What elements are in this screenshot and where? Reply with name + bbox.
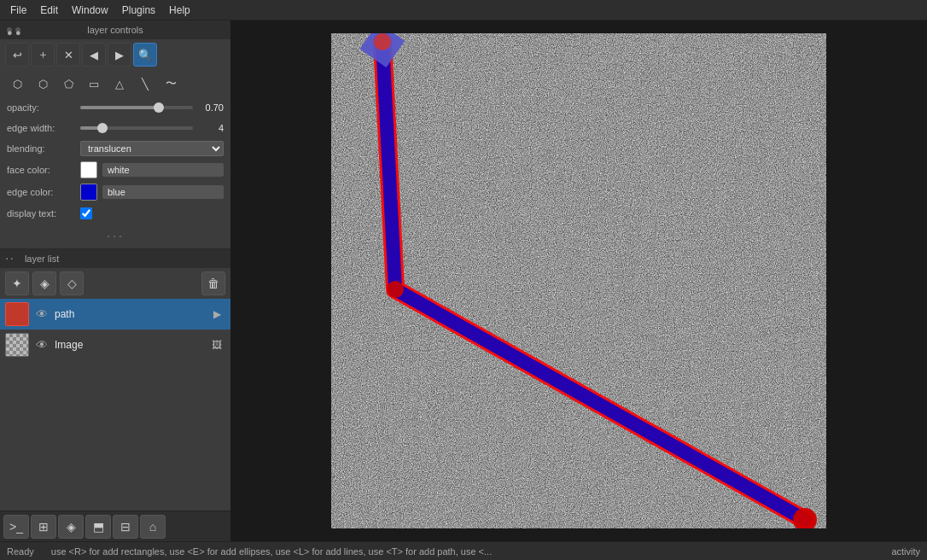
layer-arrow-path: ▶ (208, 306, 225, 323)
edge-width-slider-thumb[interactable] (97, 123, 108, 133)
canvas-bg (331, 33, 826, 528)
add-tool-btn[interactable]: ＋ (31, 43, 55, 67)
opacity-row: opacity: 0.70 (0, 97, 230, 118)
layer-vis-image[interactable]: 👁 (32, 335, 51, 354)
edge-color-name[interactable]: blue (102, 185, 224, 199)
display-text-label: display text: (7, 208, 75, 219)
layer-controls-title: layer controls (87, 25, 143, 35)
menu-edit[interactable]: Edit (33, 3, 65, 18)
edge-width-slider-track[interactable] (80, 126, 193, 130)
activity-btn[interactable]: activity (891, 546, 920, 557)
main-area: ● ● layer controls ↩ ＋ ✕ ◀ ▶ 🔍 ⬡ ⬡ ⬠ ▭ △ (0, 20, 927, 541)
layer-controls-panel: ● ● layer controls ↩ ＋ ✕ ◀ ▶ 🔍 ⬡ ⬡ ⬠ ▭ △ (0, 20, 230, 249)
triangle-shape-btn[interactable]: △ (108, 72, 131, 96)
back-tool-btn[interactable]: ↩ (5, 43, 29, 67)
svg-rect-1 (331, 33, 826, 528)
layer-controls-drag: ● ● (7, 27, 20, 32)
bottom-toolbar: >_ ⊞ ◈ ⬒ ⊟ ⌂ (0, 510, 230, 541)
edge-width-row: edge width: 4 (0, 118, 230, 138)
layer-controls-header: ● ● layer controls (0, 20, 230, 39)
new-labels-btn[interactable]: ◇ (60, 271, 84, 295)
edge-width-label: edge width: (7, 123, 75, 133)
toolbar-row-1: ↩ ＋ ✕ ◀ ▶ 🔍 (0, 39, 230, 70)
face-color-swatch[interactable] (80, 161, 97, 178)
layer-name-path: path (55, 308, 205, 320)
layer-row-image[interactable]: 👁 Image 🖼 (0, 330, 230, 360)
opacity-label: opacity: (7, 102, 75, 113)
layer-list-panel: ·· layer list ✦ ◈ ◇ 🗑 👁 path ▶ (0, 249, 230, 510)
layer-actions-bar: ✦ ◈ ◇ 🗑 (0, 268, 230, 299)
polygon-shape-btn[interactable]: ⬠ (56, 72, 80, 96)
edge-width-value: 4 (198, 123, 224, 133)
canvas-container (331, 33, 826, 528)
statusbar: Ready use <R> for add rectangles, use <E… (0, 541, 927, 560)
flag-tool-btn[interactable]: ◀ (82, 43, 106, 67)
menu-file[interactable]: File (3, 3, 33, 18)
new-points-btn[interactable]: ✦ (5, 271, 29, 295)
layer-list-dots: ·· (5, 251, 15, 266)
opacity-slider-container[interactable] (80, 106, 193, 109)
edge-color-label: edge color: (7, 187, 75, 197)
cube-btn[interactable]: ◈ (58, 515, 84, 539)
panel-drag-bottom: ··· (0, 224, 230, 248)
path-shape-btn[interactable]: 〜 (159, 72, 183, 96)
svg-point-5 (374, 33, 391, 50)
flag2-tool-btn[interactable]: ▶ (108, 43, 131, 67)
edge-color-swatch[interactable] (80, 184, 97, 201)
layer-list-header: ·· layer list (0, 249, 230, 268)
blending-row: blending: translucen normal multiply scr… (0, 138, 230, 159)
new-shapes-btn[interactable]: ◈ (32, 271, 56, 295)
menu-window[interactable]: Window (65, 3, 115, 18)
display-text-row: display text: (0, 203, 230, 224)
delete-layer-btn[interactable]: 🗑 (201, 271, 225, 295)
status-ready: Ready (7, 546, 34, 557)
menu-help[interactable]: Help (162, 3, 197, 18)
menubar: File Edit Window Plugins Help (0, 0, 927, 20)
home-btn[interactable]: ⌂ (140, 515, 166, 539)
opacity-slider-fill (80, 106, 159, 109)
edge-color-row: edge color: blue (0, 181, 230, 203)
grid-widget-btn[interactable]: ⊞ (31, 515, 56, 539)
layer-row-path[interactable]: 👁 path ▶ (0, 299, 230, 330)
layer-name-image: Image (55, 339, 205, 351)
drag-dots: ··· (106, 227, 124, 245)
display-text-checkbox[interactable] (80, 207, 92, 219)
layer-list-title: layer list (25, 254, 59, 264)
rect-shape-btn[interactable]: ▭ (82, 72, 106, 96)
export-btn[interactable]: ⬒ (85, 515, 111, 539)
drag-dot2: ● (15, 27, 20, 32)
menu-plugins[interactable]: Plugins (115, 3, 162, 18)
close-tool-btn[interactable]: ✕ (56, 43, 80, 67)
layer-vis-path[interactable]: 👁 (32, 305, 51, 324)
drag-dot1: ● (7, 27, 12, 32)
line-shape-btn[interactable]: ╲ (133, 72, 157, 96)
search-tool-btn[interactable]: 🔍 (133, 43, 157, 67)
face-color-label: face color: (7, 165, 75, 175)
svg-point-4 (387, 281, 404, 298)
blending-label: blending: (7, 143, 75, 154)
shape-toolbar: ⬡ ⬡ ⬠ ▭ △ ╲ 〜 (0, 70, 230, 97)
layer-thumb-path (5, 302, 29, 326)
canvas-area[interactable] (230, 20, 927, 541)
opacity-value: 0.70 (198, 102, 224, 113)
blending-select[interactable]: translucen normal multiply screen (80, 141, 224, 156)
plugins-btn[interactable]: ⊟ (113, 515, 138, 539)
layer-thumb-image (5, 333, 29, 357)
opacity-slider-track[interactable] (80, 106, 193, 109)
canvas-svg (331, 33, 826, 528)
layer-list-header-left: ·· layer list (5, 251, 59, 266)
face-color-row: face color: white (0, 159, 230, 181)
face-color-name[interactable]: white (102, 163, 224, 177)
terminal-btn[interactable]: >_ (3, 515, 29, 539)
edge-width-slider-container[interactable] (80, 126, 193, 130)
link2-shape-btn[interactable]: ⬡ (31, 72, 55, 96)
left-panel: ● ● layer controls ↩ ＋ ✕ ◀ ▶ 🔍 ⬡ ⬡ ⬠ ▭ △ (0, 20, 230, 541)
link-shape-btn[interactable]: ⬡ (5, 72, 29, 96)
display-text-check-wrap[interactable] (80, 207, 92, 219)
status-hint: use <R> for add rectangles, use <E> for … (51, 546, 875, 557)
opacity-slider-thumb[interactable] (154, 102, 164, 113)
layer-icon-image: 🖼 (208, 336, 225, 353)
